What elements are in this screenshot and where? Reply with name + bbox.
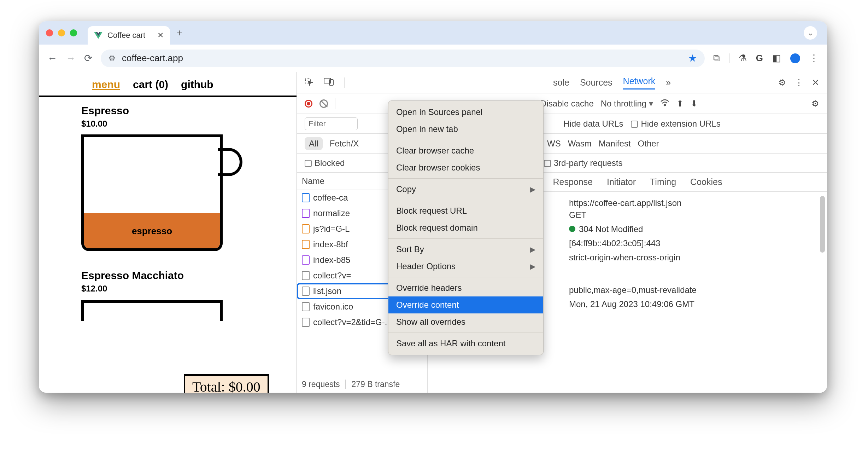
clear-button[interactable] [319,99,328,108]
kebab-menu-icon[interactable]: ⋮ [794,77,803,88]
toolbar: ← → ⟳ ⚙ coffee-cart.app ★ ⧉ ⚗ G ◧ ⋮ [39,45,827,72]
hide-ext-urls-checkbox[interactable]: Hide extension URLs [631,119,720,129]
cm-show-overrides[interactable]: Show all overrides [388,313,543,330]
coffee-cup-graphic[interactable]: espresso [81,134,226,258]
cm-header-options[interactable]: Header Options▶ [388,258,543,275]
cm-open-tab[interactable]: Open in new tab [388,121,543,138]
cm-sort-by[interactable]: Sort By▶ [388,241,543,258]
menu-icon[interactable]: ⋮ [809,53,819,64]
product-name: Espresso [81,105,254,117]
detail-tab-response[interactable]: Response [553,177,593,187]
cm-open-sources[interactable]: Open in Sources panel [388,104,543,121]
network-toolbar: Disable cache No throttling ▾ ⬆ ⬇ ⚙ [297,93,827,114]
devtools-tabs: sole Sources Network » ⚙ ⋮ ✕ [297,72,827,93]
download-icon[interactable]: ⬇ [691,99,698,109]
labs-icon[interactable]: ⚗ [739,53,747,64]
cm-save-har[interactable]: Save all as HAR with content [388,335,543,352]
address-bar[interactable]: ⚙ coffee-cart.app ★ [101,50,705,67]
profile-avatar[interactable] [790,53,800,63]
new-tab-button[interactable]: + [176,27,182,39]
site-settings-icon[interactable]: ⚙ [108,54,116,63]
browser-tab[interactable]: Coffee cart ✕ [88,26,170,45]
bookmark-star-icon[interactable]: ★ [688,52,697,64]
extensions-icon[interactable]: ⧉ [713,53,720,64]
referrer-policy: strict-origin-when-cross-origin [569,250,816,265]
minimize-window-button[interactable] [58,29,65,36]
cm-block-domain[interactable]: Block request domain [388,219,543,236]
cm-clear-cache[interactable]: Clear browser cache [388,142,543,159]
close-window-button[interactable] [46,29,53,36]
forward-button[interactable]: → [66,53,76,64]
request-count: 9 requests [302,380,340,389]
third-party-checkbox[interactable]: 3rd-party requests [544,158,623,168]
scrollbar[interactable] [820,196,825,253]
cm-copy[interactable]: Copy▶ [388,181,543,198]
tab-sources[interactable]: Sources [580,77,612,88]
product-name: Espresso Macchiato [81,270,254,282]
google-icon[interactable]: G [756,53,763,64]
network-type-filter: All Fetch/X Doc WS Wasm Manifest Other [297,134,827,154]
product-card: Espresso Macchiato $12.00 [39,262,297,325]
detail-tab-initiator[interactable]: Initiator [607,177,636,187]
tab-more[interactable]: » [666,77,671,88]
network-settings-icon[interactable]: ⚙ [811,99,819,109]
chevron-right-icon: ▶ [530,245,535,254]
svg-rect-4 [329,80,333,85]
settings-gear-icon[interactable]: ⚙ [778,77,786,88]
cm-override-content[interactable]: Override content [388,296,543,313]
close-devtools-icon[interactable]: ✕ [812,77,819,88]
nav-github[interactable]: github [181,79,213,91]
file-html-icon [302,193,310,202]
nav-cart[interactable]: cart (0) [133,79,168,91]
upload-icon[interactable]: ⬆ [676,99,684,109]
tab-network[interactable]: Network [623,76,656,89]
tab-console-partial[interactable]: sole [553,77,569,88]
record-button[interactable] [305,100,312,108]
filter-input[interactable]: Filter [305,117,358,130]
separator [729,53,729,63]
hide-data-urls-checkbox[interactable]: Hide data URLs [563,119,623,129]
transfer-size: 279 B transfe [345,380,400,389]
inspect-icon[interactable] [305,77,313,88]
separator [388,200,543,200]
total-chip[interactable]: Total: $0.00 [184,374,269,393]
cm-block-url[interactable]: Block request URL [388,202,543,219]
cm-override-headers[interactable]: Override headers [388,279,543,296]
close-tab-icon[interactable]: ✕ [157,31,164,40]
network-main: Name coffee-ca normalize js?id=G-L index… [297,173,827,393]
remote-address: [64:ff9b::4b02:3c05]:443 [569,236,816,250]
status-dot-icon [569,226,575,232]
wifi-icon[interactable] [660,99,669,109]
filter-all[interactable]: All [305,137,323,150]
separator [344,77,345,88]
detail-tab-cookies[interactable]: Cookies [690,177,722,187]
vue-icon [94,32,102,39]
filter-fetch[interactable]: Fetch/X [330,139,359,149]
reload-button[interactable]: ⟳ [84,52,92,64]
nav-menu[interactable]: menu [92,79,120,91]
network-filter-row: Filter Hide data URLs Hide extension URL… [297,114,827,134]
separator [388,277,543,277]
separator [388,178,543,179]
network-blocked-row: Blocked uests 3rd-party requests [297,154,827,173]
sidepanel-icon[interactable]: ◧ [772,53,781,64]
tabs-dropdown-button[interactable]: ⌄ [804,26,817,40]
throttling-select[interactable]: No throttling ▾ [601,99,653,109]
separator [335,98,335,109]
back-button[interactable]: ← [47,53,57,64]
disable-cache-checkbox[interactable]: Disable cache [540,99,594,109]
context-menu: Open in Sources panel Open in new tab Cl… [388,100,544,355]
filter-other[interactable]: Other [638,139,659,149]
filter-manifest[interactable]: Manifest [599,139,631,149]
request-list-footer: 9 requests 279 B transfe [297,376,427,393]
blocked-response-checkbox[interactable]: Blocked [305,158,345,168]
device-toggle-icon[interactable] [324,77,334,88]
maximize-window-button[interactable] [70,29,77,36]
cm-clear-cookies[interactable]: Clear browser cookies [388,159,543,176]
svg-point-5 [664,104,665,106]
filter-wasm[interactable]: Wasm [568,139,592,149]
file-js-icon [302,224,310,233]
filter-ws[interactable]: WS [547,139,561,149]
request-url: https://coffee-cart.app/list.json [569,198,816,208]
detail-tab-timing[interactable]: Timing [650,177,676,187]
